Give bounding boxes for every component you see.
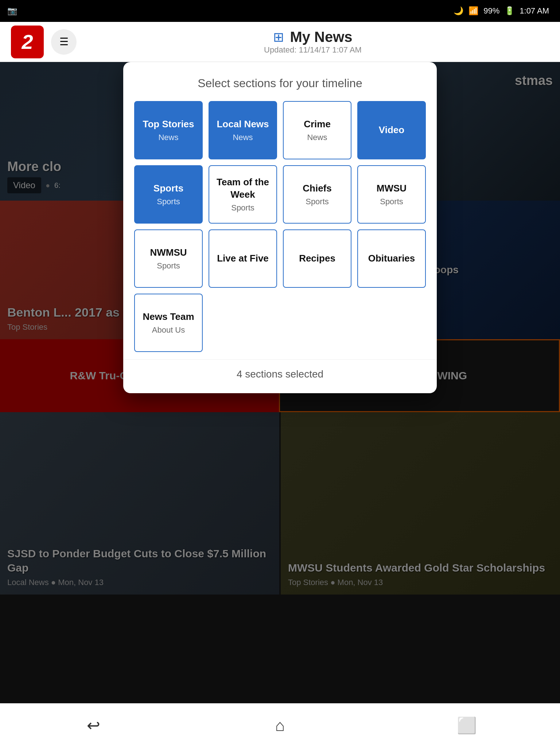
sections-modal: Select sections for your timeline Top St… [123, 62, 437, 393]
section-tile-sports[interactable]: SportsSports [134, 165, 203, 224]
recents-button[interactable]: ⬜ [452, 711, 481, 740]
section-tile-news-team[interactable]: News TeamAbout Us [134, 294, 203, 352]
home-button[interactable]: ⌂ [265, 711, 295, 740]
section-tile-live-at-five[interactable]: Live at Five [209, 229, 277, 288]
sections-count: 4 sections selected [138, 368, 422, 380]
modal-title: Select sections for your timeline [138, 77, 422, 90]
sections-grid: Top StoriesNewsLocal NewsNewsCrimeNewsVi… [123, 97, 437, 359]
grid-icon: ⊞ [273, 30, 284, 45]
tile-title-recipes: Recipes [299, 252, 335, 265]
modal-header: Select sections for your timeline [123, 62, 437, 97]
menu-button[interactable]: ☰ [51, 29, 77, 55]
tile-title-chiefs: Chiefs [303, 182, 331, 195]
tile-title-crime: Crime [304, 118, 331, 131]
tile-subtitle-team-of-week: Sports [231, 203, 254, 213]
status-bar-left-icon: 📷 [7, 6, 17, 16]
moon-icon: 🌙 [454, 6, 463, 16]
status-bar: 📷 🌙 📶 99% 🔋 1:07 AM [0, 0, 560, 22]
tile-subtitle-crime: News [307, 133, 327, 142]
section-tile-local-news[interactable]: Local NewsNews [209, 101, 277, 159]
tile-title-live-at-five: Live at Five [217, 252, 269, 265]
section-tile-recipes[interactable]: Recipes [283, 229, 351, 288]
section-tile-mwsu[interactable]: MWSUSports [357, 165, 426, 224]
tile-subtitle-mwsu: Sports [380, 197, 403, 206]
tile-subtitle-sports: Sports [157, 197, 180, 206]
section-tile-nwmsu[interactable]: NWMSUSports [134, 229, 203, 288]
tile-title-top-stories: Top Stories [143, 118, 194, 131]
modal-footer: 4 sections selected [123, 359, 437, 393]
tile-title-nwmsu: NWMSU [150, 247, 187, 259]
section-tile-crime[interactable]: CrimeNews [283, 101, 351, 159]
section-tile-team-of-week[interactable]: Team of the WeekSports [209, 165, 277, 224]
clock: 1:07 AM [520, 6, 549, 16]
tile-subtitle-news-team: About Us [152, 325, 185, 335]
section-tile-video[interactable]: Video [357, 101, 426, 159]
tile-title-obituaries: Obituaries [368, 252, 415, 265]
header-title: My News [290, 29, 352, 45]
tile-subtitle-nwmsu: Sports [157, 261, 180, 271]
status-icons: 🌙 📶 99% 🔋 1:07 AM [454, 6, 549, 16]
tile-subtitle-top-stories: News [158, 133, 178, 142]
app-logo: 2 [11, 26, 44, 58]
section-tile-chiefs[interactable]: ChiefsSports [283, 165, 351, 224]
tile-title-mwsu: MWSU [377, 182, 407, 195]
tile-subtitle-chiefs: Sports [306, 197, 329, 206]
back-button[interactable]: ↩ [79, 711, 108, 740]
section-tile-obituaries[interactable]: Obituaries [357, 229, 426, 288]
battery-percent: 99% [483, 6, 499, 16]
tile-title-video: Video [379, 124, 404, 136]
wifi-icon: 📶 [468, 6, 478, 16]
header-center: ⊞ My News Updated: 11/14/17 1:07 AM [77, 29, 549, 55]
modal-overlay[interactable]: Select sections for your timeline Top St… [0, 0, 560, 747]
bottom-nav: ↩ ⌂ ⬜ [0, 703, 560, 747]
tile-subtitle-local-news: News [233, 133, 253, 142]
tile-title-sports: Sports [153, 182, 183, 195]
section-tile-top-stories[interactable]: Top StoriesNews [134, 101, 203, 159]
battery-icon: 🔋 [505, 6, 514, 16]
tile-title-team-of-week: Team of the Week [214, 176, 272, 201]
header-subtitle: Updated: 11/14/17 1:07 AM [264, 45, 362, 55]
tile-title-news-team: News Team [143, 311, 194, 323]
header-title-row: ⊞ My News [273, 29, 352, 45]
app-header: 2 ☰ ⊞ My News Updated: 11/14/17 1:07 AM [0, 22, 560, 62]
tile-title-local-news: Local News [217, 118, 269, 131]
